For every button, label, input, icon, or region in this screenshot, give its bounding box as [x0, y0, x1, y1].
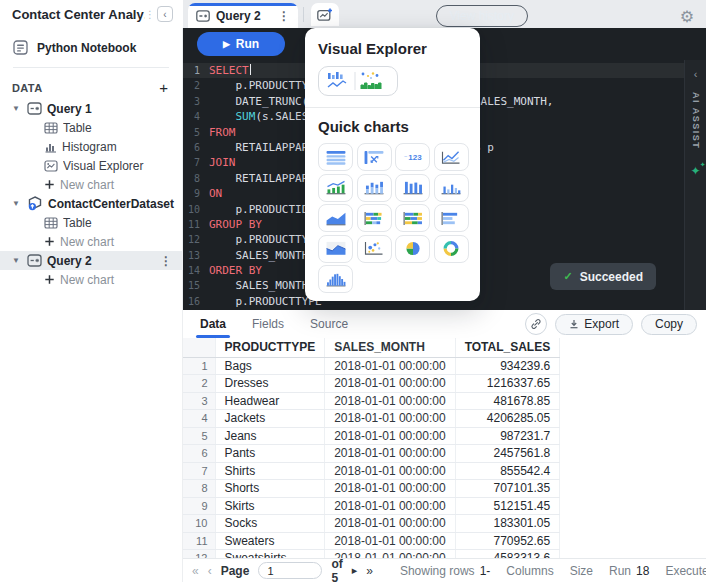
table-row[interactable]: 5Jeans2018-01-01 00:00:00987231.7 — [183, 427, 560, 445]
cell-sales-month: 2018-01-01 00:00:00 — [325, 515, 455, 533]
pie-chart-button[interactable] — [395, 235, 430, 263]
prev-page-icon[interactable]: ‹ — [208, 564, 212, 578]
item-menu-icon[interactable]: ⋮ — [160, 255, 172, 267]
tab-fields[interactable]: Fields — [252, 311, 284, 338]
single-value-chart-button[interactable]: ~123 — [395, 143, 430, 171]
tab-query-2[interactable]: Query 2 ⋮ — [188, 3, 298, 28]
line-chart-button[interactable] — [434, 143, 469, 171]
item-label: Table — [63, 121, 182, 135]
last-page-icon[interactable]: » — [366, 564, 373, 578]
donut-chart-button[interactable] — [434, 235, 469, 263]
code-text: SALES_MONTH — [209, 248, 308, 263]
sidebar-item-query-1-new-chart[interactable]: New chart — [0, 175, 182, 194]
sidebar-item-query-1[interactable]: ▼Query 1 — [0, 99, 182, 118]
cell-total-sales: 512151.45 — [455, 497, 560, 515]
tab-source[interactable]: Source — [310, 311, 348, 338]
copy-button[interactable]: Copy — [641, 314, 697, 335]
table-row[interactable]: 10Socks2018-01-01 00:00:00183301.05 — [183, 515, 560, 533]
item-label: New chart — [60, 235, 182, 249]
table-row[interactable]: 9Skirts2018-01-01 00:00:00512151.45 — [183, 497, 560, 515]
tab-menu-icon[interactable]: ⋮ — [278, 10, 290, 22]
cell-producttype: Jeans — [215, 427, 325, 445]
sidebar-item-contactcenterdataset-table[interactable]: Table — [0, 213, 182, 232]
chevron-down-icon[interactable]: ▼ — [10, 199, 22, 208]
sidebar-item-query-1-histogram[interactable]: Histogram — [0, 137, 182, 156]
app-window: Contact Center Analy… ⋮ ‹ Query 2 ⋮ — [0, 0, 706, 582]
project-title: Contact Center Analy… — [12, 7, 145, 22]
column-chart-button[interactable] — [395, 174, 430, 202]
bar-chart-button[interactable] — [434, 204, 469, 232]
sidebar-item-query-1-visual-explorer[interactable]: Visual Explorer — [0, 156, 182, 175]
chevron-down-icon[interactable]: ▼ — [10, 256, 22, 265]
table-row[interactable]: 6Pants2018-01-01 00:00:002457561.8 — [183, 445, 560, 463]
page-input[interactable] — [258, 562, 322, 579]
export-button[interactable]: Export — [555, 314, 633, 335]
visual-explorer-title: Visual Explorer — [318, 40, 467, 57]
col-total-sales[interactable]: TOTAL_SALES — [455, 338, 560, 357]
item-label: Query 2 — [47, 254, 155, 268]
chevron-down-icon[interactable]: ▼ — [10, 104, 22, 113]
table-row[interactable]: 8Shorts2018-01-01 00:00:00707101.35 — [183, 480, 560, 498]
col-sales-month[interactable]: SALES_MONTH — [325, 338, 455, 357]
cell-producttype: Jackets — [215, 410, 325, 428]
table-row[interactable]: 4Jackets2018-01-01 00:00:004206285.05 — [183, 410, 560, 428]
scatter-chart-button[interactable] — [357, 235, 392, 263]
view-history-button[interactable]: View history — [436, 5, 528, 27]
sidebar-item-query-1-table[interactable]: Table — [0, 118, 182, 137]
table-row[interactable]: 3Headwear2018-01-01 00:00:00481678.85 — [183, 392, 560, 410]
stacked-bar-100-chart-button[interactable] — [395, 204, 430, 232]
line-number: 13 — [183, 248, 209, 263]
pivot-chart-button[interactable] — [357, 143, 392, 171]
visual-explorer-button[interactable] — [318, 66, 398, 96]
sidebar-collapse-button[interactable]: ⋮ ‹ — [145, 6, 173, 22]
item-label: Visual Explorer — [63, 159, 182, 173]
col-producttype[interactable]: PRODUCTTYPE — [215, 338, 325, 357]
share-link-button[interactable] — [525, 313, 547, 335]
sidebar: Python Notebook DATA + ▼Query 1TableHist… — [0, 28, 183, 582]
tab-separator — [303, 7, 304, 22]
area-alt-chart-button[interactable] — [318, 235, 353, 263]
table-row[interactable]: 7Shirts2018-01-01 00:00:00855542.4 — [183, 462, 560, 480]
table-row[interactable]: 1Bags2018-01-01 00:00:00934239.6 — [183, 357, 560, 375]
row-number: 3 — [183, 392, 215, 410]
ai-assist-label: AI ASSIST — [691, 92, 701, 149]
area-chart-button[interactable] — [318, 204, 353, 232]
table-row[interactable]: 11Sweaters2018-01-01 00:00:00770952.65 — [183, 532, 560, 550]
svg-text:123: 123 — [408, 153, 422, 162]
row-number-header — [183, 338, 215, 357]
expand-panel-icon[interactable]: ‹ — [694, 68, 698, 80]
column-small-chart-button[interactable] — [434, 174, 469, 202]
sidebar-item-contactcenterdataset-new-chart[interactable]: New chart — [0, 232, 182, 251]
query-cell-icon — [27, 102, 42, 115]
combo-chart-button[interactable] — [318, 174, 353, 202]
sidebar-item-python-notebook[interactable]: Python Notebook — [0, 28, 182, 65]
ai-assist-rail[interactable]: ‹ AI ASSIST ✦✦ — [684, 60, 706, 310]
row-number: 8 — [183, 480, 215, 498]
table-chart-button[interactable] — [318, 143, 353, 171]
stat-label: Columns — [506, 564, 553, 578]
table-row[interactable]: 2Dresses2018-01-01 00:00:001216337.65 — [183, 375, 560, 393]
stacked-bar-chart-button[interactable] — [357, 204, 392, 232]
cell-sales-month: 2018-01-01 00:00:00 — [325, 410, 455, 428]
line-number: 14 — [183, 263, 209, 278]
sidebar-item-query-2[interactable]: ▼Query 2⋮ — [0, 251, 182, 270]
stacked-column-chart-button[interactable] — [357, 174, 392, 202]
sidebar-item-query-2-new-chart[interactable]: New chart — [0, 270, 182, 289]
table-row[interactable]: 12Sweatshirts2018-01-01 00:00:004583313.… — [183, 550, 560, 559]
add-data-button[interactable]: + — [159, 80, 168, 95]
settings-gear-icon[interactable]: ⚙ — [675, 4, 699, 28]
first-page-icon[interactable]: « — [192, 564, 199, 578]
histogram-chart-button[interactable] — [318, 265, 353, 293]
sql-cell-icon — [196, 10, 210, 22]
sparkle-icon: ✦✦ — [690, 165, 700, 177]
add-chart-tab-button[interactable] — [311, 3, 339, 26]
cell-total-sales: 934239.6 — [455, 357, 560, 375]
check-icon: ✓ — [563, 270, 572, 283]
row-number: 5 — [183, 427, 215, 445]
sidebar-item-contactcenterdataset[interactable]: ▼ContactCenterDataset — [0, 194, 182, 213]
code-text: JOIN — [209, 155, 236, 170]
tab-data[interactable]: Data — [200, 311, 226, 338]
run-button[interactable]: ▶ Run — [197, 32, 285, 56]
next-page-icon[interactable]: ▸ — [352, 564, 358, 577]
line-number: 7 — [183, 155, 209, 170]
